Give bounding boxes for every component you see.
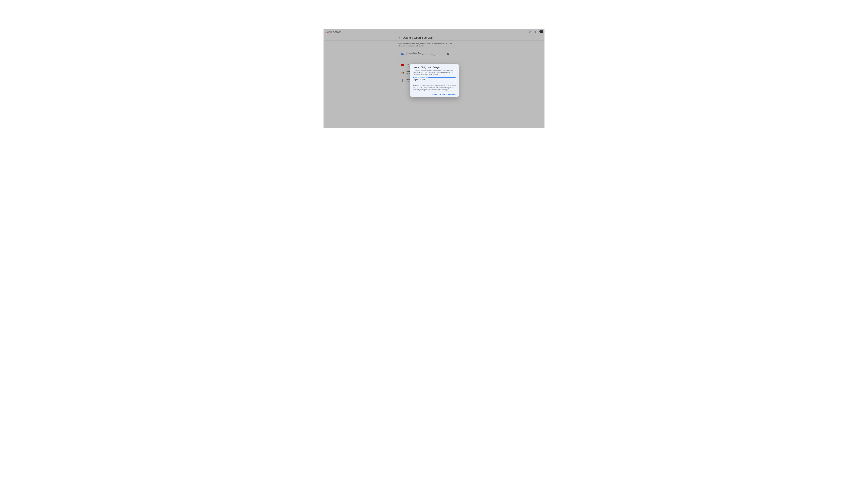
dialog-actions: Cancel Send verification email	[413, 93, 456, 95]
email-input[interactable]	[413, 77, 456, 82]
send-verification-button[interactable]: Send verification email	[439, 93, 456, 95]
app-window: Google Account L	[323, 29, 545, 128]
email-field-wrap: Enter an email address	[413, 77, 456, 82]
dialog-paragraph-2: We'll send a verification message to thi…	[413, 85, 456, 91]
dialog-title: How you'll sign in to Google	[413, 66, 456, 69]
dialog-paragraph-1: To continue to use your other Google ser…	[413, 70, 456, 75]
email-field-label: Enter an email address	[414, 76, 428, 78]
signin-email-dialog: How you'll sign in to Google To continue…	[410, 64, 459, 97]
cancel-button[interactable]: Cancel	[432, 93, 437, 95]
